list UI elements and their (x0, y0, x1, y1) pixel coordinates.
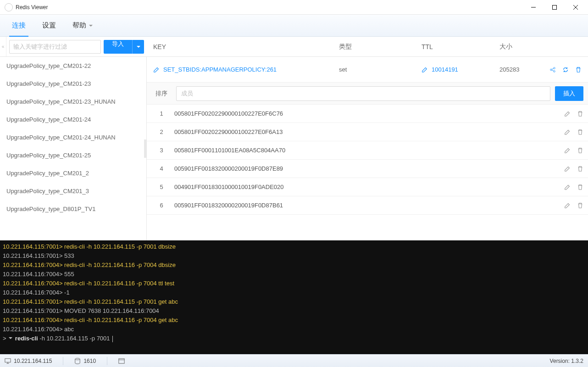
import-button-label: 导入 (104, 40, 132, 54)
svg-rect-9 (5, 358, 11, 362)
import-dropdown[interactable] (132, 40, 144, 54)
edit-icon[interactable] (564, 129, 571, 135)
header-size: 大小 (499, 43, 582, 51)
member-row[interactable]: 2005801FF00202290000100227E0F6A13 (147, 123, 588, 141)
key-list-item[interactable]: UpgradePolicy_type_D801P_TV1 (0, 200, 146, 218)
key-list-item[interactable]: UpgradePolicy_type_CM201_3 (0, 182, 146, 200)
chevron-down-icon (89, 25, 93, 28)
row-value: 005801FF0001101001EA08A5C804AA70 (172, 147, 564, 154)
insert-button[interactable]: 插入 (555, 86, 583, 101)
app-icon (5, 3, 13, 11)
key-list-item[interactable]: UpgradePolicy_type_CM201-25 (0, 146, 146, 164)
sort-label[interactable]: 排序 (151, 89, 172, 98)
status-host-group: 10.221.164.115 (5, 358, 52, 364)
edit-icon[interactable] (564, 111, 571, 117)
status-db-group: 1610 (74, 358, 96, 364)
key-list[interactable]: UpgradePolicy_type_CM201-22UpgradePolicy… (0, 57, 147, 240)
filter-input[interactable] (9, 40, 101, 54)
member-row[interactable]: 3005801FF0001101001EA08A5C804AA70 (147, 141, 588, 160)
insert-button-label: 插入 (563, 89, 575, 98)
member-row[interactable]: 1005801FF00202290000100227E0F6C76 (147, 105, 588, 123)
terminal-input-line[interactable]: > redis-cli -h 10.221.164.115 -p 7001 (3, 334, 585, 343)
divider (63, 357, 63, 365)
terminal-output: abc (64, 326, 74, 333)
terminal-output: 533 (64, 252, 74, 259)
edit-icon (153, 67, 160, 73)
column-headers: KEY 类型 TTL 大小 (147, 37, 588, 56)
terminal-command: redis-cli -h 10.221.164.116 -p 7004 dbsi… (64, 261, 176, 268)
terminal-command: redis-cli -h 10.221.164.115 -p 7001 dbsi… (64, 243, 176, 250)
menubar: 连接 设置 帮助 (0, 15, 588, 37)
sidebar-collapse-handle[interactable]: « (0, 37, 6, 56)
row-index: 6 (151, 202, 172, 209)
row-actions (564, 184, 583, 190)
titlebar: Redis Viewer (0, 0, 588, 15)
minimize-button[interactable] (523, 0, 544, 15)
edit-icon[interactable] (564, 202, 571, 209)
terminal[interactable]: 10.221.164.115:7001> redis-cli -h 10.221… (0, 240, 588, 354)
row-value: 005901FF0018320000200019F0D87B61 (172, 202, 564, 209)
svg-line-7 (552, 68, 554, 69)
close-button[interactable] (565, 0, 586, 15)
chevron-down-icon (137, 46, 140, 50)
row-value: 005901FF0018320000200019F0D87E89 (172, 165, 564, 172)
key-list-item[interactable]: UpgradePolicy_type_CM201-24 (0, 111, 146, 128)
trash-icon[interactable] (577, 184, 583, 190)
import-button[interactable]: 导入 (104, 40, 144, 54)
member-grid[interactable]: 1005801FF00202290000100227E0F6C762005801… (147, 105, 588, 240)
detail-ttl-text: 10014191 (432, 66, 458, 73)
status-host: 10.221.164.115 (14, 358, 52, 364)
key-list-item[interactable]: UpgradePolicy_type_CM201-24_HUNAN (0, 128, 146, 146)
key-list-item[interactable]: UpgradePolicy_type_CM201-23 (0, 75, 146, 93)
key-list-item[interactable]: UpgradePolicy_type_CM201-22 (0, 57, 146, 75)
svg-line-8 (552, 70, 554, 71)
edit-icon (422, 67, 428, 73)
menu-settings[interactable]: 设置 (34, 15, 64, 37)
status-terminal-toggle[interactable] (118, 358, 125, 364)
terminal-command: redis-cli -h 10.221.164.116 -p 7004 ttl … (64, 280, 174, 287)
svg-point-12 (75, 358, 80, 360)
menu-connect[interactable]: 连接 (4, 15, 34, 37)
triangle-down-icon[interactable] (9, 337, 12, 341)
trash-icon[interactable] (575, 67, 582, 73)
header-key: KEY (153, 43, 339, 50)
detail-key[interactable]: SET_STBIDS:APPMANAGERPOLICY:261 (153, 66, 339, 73)
terminal-output: MOVED 7638 10.221.164.116:7004 (64, 307, 159, 314)
header-type: 类型 (339, 43, 422, 51)
trash-icon[interactable] (577, 129, 583, 135)
key-list-item[interactable]: UpgradePolicy_type_CM201-23_HUNAN (0, 93, 146, 111)
svg-rect-13 (119, 358, 124, 363)
member-row[interactable]: 6005901FF0018320000200019F0D87B61 (147, 196, 588, 215)
terminal-prompt: 10.221.164.116:7004> (3, 326, 64, 333)
cursor (112, 336, 113, 342)
window-title: Redis Viewer (16, 4, 48, 11)
terminal-prompt: 10.221.164.115:7001> (3, 243, 64, 250)
edit-icon[interactable] (564, 147, 571, 154)
maximize-button[interactable] (544, 0, 565, 15)
key-list-item[interactable]: UpgradePolicy_type_CM201_2 (0, 164, 146, 182)
refresh-icon[interactable] (562, 67, 569, 73)
member-input[interactable] (176, 86, 550, 101)
menu-connect-label: 连接 (12, 21, 26, 30)
member-toolbar: 排序 插入 (147, 83, 588, 105)
trash-icon[interactable] (577, 202, 583, 209)
row-value: 005801FF00202290000100227E0F6C76 (172, 110, 564, 117)
sidebar-resize-handle[interactable] (144, 139, 146, 158)
member-row[interactable]: 4005901FF0018320000200019F0D87E89 (147, 160, 588, 178)
terminal-prompt: 10.221.164.116:7004> (3, 317, 64, 323)
trash-icon[interactable] (577, 166, 583, 172)
sidebar-toolbar: 导入 (6, 37, 147, 56)
detail-size: 205283 (499, 66, 519, 73)
menu-help[interactable]: 帮助 (64, 15, 101, 37)
edit-icon[interactable] (564, 166, 571, 172)
edit-icon[interactable] (564, 184, 571, 190)
row-index: 2 (151, 128, 172, 135)
row-index: 1 (151, 110, 172, 117)
member-row[interactable]: 5004901FF0018301000010019F0ADE020 (147, 178, 588, 196)
trash-icon[interactable] (577, 147, 583, 154)
share-icon[interactable] (549, 67, 556, 73)
detail-type: set (339, 66, 422, 73)
terminal-prompt: 10.221.164.116:7004> (3, 289, 64, 296)
detail-ttl[interactable]: 10014191 (422, 66, 499, 73)
trash-icon[interactable] (577, 111, 583, 117)
